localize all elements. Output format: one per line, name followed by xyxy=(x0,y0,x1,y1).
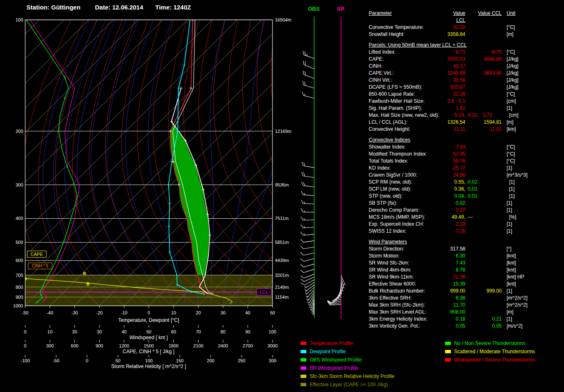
value-ccl xyxy=(465,228,502,235)
value-lcl: 15.39 xyxy=(443,281,465,288)
value-ccl: 999.00 xyxy=(465,288,502,295)
table-row: Total Totals Index:59.76[°C] xyxy=(369,158,562,165)
value-ccl xyxy=(465,281,502,288)
svg-text:300: 300 xyxy=(16,182,23,187)
legend-label: No / Non Severe Thunderstorms xyxy=(454,340,526,346)
legend-swatch-icon xyxy=(301,350,306,353)
param-name: LCL / CCL (AGL): xyxy=(369,119,443,126)
svg-text:0: 0 xyxy=(86,358,88,363)
legend-label: Widespread / Severe Thunderstorms xyxy=(454,357,535,363)
value-ccl xyxy=(465,158,502,165)
sr-column-label: SR xyxy=(337,6,344,12)
value-lcl: 3.8 - 5.1 xyxy=(443,98,465,105)
b-marker-label: B xyxy=(83,272,86,276)
value-ccl xyxy=(465,302,502,309)
svg-text:-40: -40 xyxy=(47,310,53,315)
svg-text:200: 200 xyxy=(207,358,214,363)
svg-text:1200: 1200 xyxy=(119,343,129,348)
unit-label: [J/kg] xyxy=(502,84,519,91)
table-row: Convective Height:11.1111.02[km] xyxy=(369,126,562,133)
value-lcl: 9.38 xyxy=(443,295,465,302)
param-name: CAPE: xyxy=(369,56,443,63)
svg-text:700: 700 xyxy=(16,273,23,278)
time-title: Time: 1240Z xyxy=(155,4,191,11)
svg-text:30: 30 xyxy=(97,329,102,334)
legend-swatch-icon xyxy=(301,383,306,386)
table-row: Effective Shear 6000:15.39[knt] xyxy=(369,281,562,288)
param-name: Derecho Comp Param: xyxy=(369,207,443,214)
svg-text:Windspeed [ knt ]: Windspeed [ knt ] xyxy=(130,335,168,340)
value-ccl xyxy=(465,105,502,112)
value-lcl: 11.11 xyxy=(443,126,465,133)
svg-text:3000: 3000 xyxy=(268,343,277,348)
value-lcl: 7.43 xyxy=(443,260,465,267)
param-name: 850-600 Lapse Rate: xyxy=(369,91,443,98)
pressure-lines xyxy=(25,20,273,306)
svg-text:500: 500 xyxy=(16,240,23,245)
table-row: Derecho Comp Param:0.27[1] xyxy=(369,207,562,214)
profile-legend-item: Effective Layer (CAPE >= 100 J/kg) xyxy=(301,380,394,389)
param-name: Fawbush-Miller Hail Size: xyxy=(369,98,443,105)
severity-legend-item: No / Non Severe Thunderstorms xyxy=(445,339,535,347)
table-row: STP (new, old):0.04,0.01[1] xyxy=(369,193,562,200)
svg-text:60: 60 xyxy=(171,329,176,334)
value-lcl: 0.04, xyxy=(443,193,465,200)
value-ccl xyxy=(465,253,502,260)
svg-text:-20: -20 xyxy=(96,310,103,315)
svg-text:600: 600 xyxy=(16,258,23,263)
value-ccl xyxy=(465,98,502,105)
param-name: SCP LM (new, old): xyxy=(369,186,443,193)
value-ccl xyxy=(465,221,502,228)
svg-text:-100: -100 xyxy=(21,358,30,363)
svg-text:3201m: 3201m xyxy=(275,273,289,278)
value-lcl: 3100.53 xyxy=(443,56,465,63)
param-name: Craven SigSvr / 1000: xyxy=(369,172,443,179)
svg-text:CAPE, CINH * 5 [ J/kg ]: CAPE, CINH * 5 [ J/kg ] xyxy=(123,349,174,354)
table-row: CAPE:3100.533648.80[J/kg] xyxy=(369,56,562,63)
unit-label: [°C] xyxy=(502,91,515,98)
severity-legend: No / Non Severe ThunderstormsScattered /… xyxy=(445,339,535,364)
svg-text:600: 600 xyxy=(71,343,78,348)
plot-border xyxy=(25,20,273,306)
value-ccl: 3648.80 xyxy=(465,56,502,63)
value-ccl xyxy=(465,31,502,38)
header-value-lcl: Value LCL xyxy=(443,10,465,24)
svg-text:300: 300 xyxy=(269,358,276,363)
param-name: Lifted Index: xyxy=(369,49,443,56)
svg-text:0: 0 xyxy=(24,329,26,334)
profile-legend-item: Temperature Profile xyxy=(301,339,394,347)
value-lcl: 0.36, xyxy=(443,186,465,193)
svg-text:CAPE: CAPE xyxy=(31,252,43,257)
time-label: Time: xyxy=(155,4,172,11)
value-lcl: 908.00 xyxy=(443,309,465,316)
svg-text:10: 10 xyxy=(47,329,52,334)
svg-text:50: 50 xyxy=(116,358,121,363)
value-ccl: -9.70 xyxy=(465,49,502,56)
value-lcl: 3358.64 xyxy=(443,31,465,38)
unit-label: [J/kg] xyxy=(502,56,519,63)
svg-text:80: 80 xyxy=(220,329,225,334)
unit-label: [1] xyxy=(502,316,512,323)
svg-text:50: 50 xyxy=(146,329,151,334)
unit-label: [%] xyxy=(504,214,516,221)
unit-label: [J/kg] xyxy=(502,77,519,84)
svg-text:Temperature, Dewpoint [°C]: Temperature, Dewpoint [°C] xyxy=(118,317,179,323)
table-row: Storm Direction:317.58[°] xyxy=(369,246,562,253)
unit-label: [1] xyxy=(502,221,512,228)
value-lcl: 0.02 xyxy=(443,200,465,207)
value-lcl: 24.56 xyxy=(443,172,465,179)
unit-label: [1] xyxy=(504,193,514,200)
table-row: KO Index:-25.77[1] xyxy=(369,165,562,172)
param-name: Max 3km SRH Level AGL: xyxy=(369,309,443,316)
table-row: Lifted Index:-8.71-9.70[°C] xyxy=(369,49,562,56)
param-name: Sig. Hail Param. (SHIP): xyxy=(369,105,443,112)
unit-label: [knt] xyxy=(502,267,516,274)
svg-text:70: 70 xyxy=(196,329,201,334)
parameter-table-header: Parameter Value LCL Value CCL Unit xyxy=(369,10,562,24)
svg-text:12169m: 12169m xyxy=(275,129,291,134)
chart-label-cinh-5: CINH * 5 xyxy=(28,263,52,269)
unit-label: [1] xyxy=(502,200,512,207)
table-row: Exp. Supercell Index CH:2.33[1] xyxy=(369,221,562,228)
svg-text:200: 200 xyxy=(16,129,23,134)
station-value: Güttingen xyxy=(51,4,81,11)
